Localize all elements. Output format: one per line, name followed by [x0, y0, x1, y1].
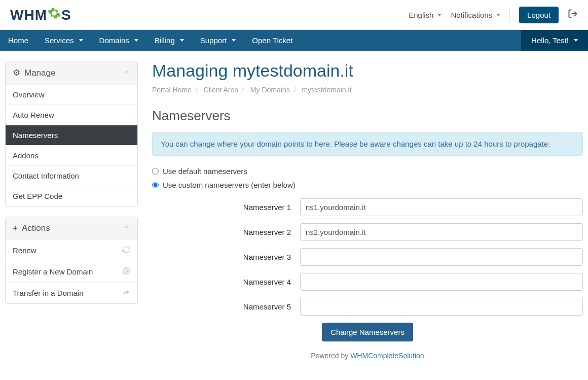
- caret-down-icon: [437, 14, 442, 16]
- sidebar-item-auto-renew[interactable]: Auto Renew: [6, 105, 137, 125]
- manage-panel: Manage Overview Auto Renew Nameservers A…: [5, 61, 138, 206]
- breadcrumb-current: mytestdomain.it: [302, 86, 351, 94]
- plus-icon: [13, 223, 18, 233]
- ns4-input[interactable]: [300, 273, 583, 291]
- breadcrumb-my-domains[interactable]: My Domains: [250, 86, 290, 94]
- radio-custom-label[interactable]: Use custom nameservers (enter below): [163, 181, 296, 189]
- ns1-input[interactable]: [300, 198, 583, 216]
- sidebar-item-nameservers[interactable]: Nameservers: [6, 125, 137, 145]
- radio-default-nameservers[interactable]: [152, 168, 159, 175]
- caret-down-icon: [79, 39, 83, 42]
- refresh-icon: [122, 246, 130, 255]
- breadcrumb: Portal Home/ Client Area/ My Domains/ my…: [152, 86, 583, 94]
- footer: Powered by WHMCompleteSolution: [152, 352, 583, 360]
- nav-support[interactable]: Support: [192, 30, 244, 51]
- gear-icon: [13, 67, 20, 78]
- actions-panel-header[interactable]: Actions: [6, 217, 137, 239]
- gear-icon: [47, 6, 61, 24]
- ns3-input[interactable]: [300, 248, 583, 266]
- section-title: Nameservers: [152, 108, 583, 124]
- panel-title: Manage: [24, 68, 55, 78]
- chevron-up-icon: [123, 223, 130, 233]
- logo[interactable]: WHMS: [10, 6, 71, 24]
- breadcrumb-home[interactable]: Portal Home: [152, 86, 192, 94]
- signout-icon[interactable]: [568, 9, 578, 21]
- panel-title: Actions: [22, 223, 50, 233]
- ns1-label: Nameserver 1: [152, 203, 300, 212]
- sidebar-item-overview[interactable]: Overview: [6, 84, 137, 105]
- radio-custom-nameservers[interactable]: [152, 182, 159, 188]
- ns3-label: Nameserver 3: [152, 253, 300, 261]
- manage-panel-header[interactable]: Manage: [6, 61, 137, 84]
- ns2-input[interactable]: [300, 223, 583, 241]
- radio-default-label[interactable]: Use default nameservers: [163, 167, 247, 176]
- caret-down-icon: [180, 39, 184, 42]
- breadcrumb-client-area[interactable]: Client Area: [204, 86, 238, 94]
- notifications-dropdown[interactable]: Notifications: [451, 11, 500, 19]
- actions-panel: Actions Renew Register a New Domain Tran…: [5, 217, 138, 304]
- nav-domains[interactable]: Domains: [91, 30, 146, 51]
- page-title: Managing mytestdomain.it: [152, 61, 583, 81]
- globe-icon: [122, 267, 130, 277]
- divider: [509, 9, 510, 22]
- ns5-label: Nameserver 5: [152, 302, 300, 311]
- change-nameservers-button[interactable]: Change Nameservers: [322, 323, 413, 341]
- share-icon: [122, 288, 130, 298]
- sidebar-item-addons[interactable]: Addons: [6, 145, 137, 165]
- action-register-domain[interactable]: Register a New Domain: [6, 261, 137, 282]
- action-renew[interactable]: Renew: [6, 239, 137, 261]
- caret-down-icon: [496, 14, 500, 16]
- nav-user-menu[interactable]: Hello, Test!: [521, 30, 588, 51]
- language-dropdown[interactable]: English: [409, 11, 442, 19]
- ns4-label: Nameserver 4: [152, 278, 300, 286]
- caret-down-icon: [574, 39, 578, 42]
- footer-link[interactable]: WHMCompleteSolution: [350, 352, 424, 360]
- caret-down-icon: [134, 39, 138, 42]
- ns2-label: Nameserver 2: [152, 228, 300, 236]
- nav-open-ticket[interactable]: Open Ticket: [244, 30, 301, 51]
- caret-down-icon: [232, 39, 236, 42]
- sidebar-item-contact-info[interactable]: Contact Information: [6, 165, 137, 186]
- nav-billing[interactable]: Billing: [146, 30, 192, 51]
- nav-home[interactable]: Home: [0, 30, 36, 51]
- ns5-input[interactable]: [300, 298, 583, 316]
- nav-services[interactable]: Services: [36, 30, 91, 51]
- chevron-up-icon: [123, 68, 130, 78]
- info-alert: You can change where your domain points …: [152, 132, 583, 156]
- logout-button[interactable]: Logout: [519, 7, 559, 23]
- sidebar-item-epp-code[interactable]: Get EPP Code: [6, 186, 137, 206]
- action-transfer-domain[interactable]: Transfer in a Domain: [6, 282, 137, 303]
